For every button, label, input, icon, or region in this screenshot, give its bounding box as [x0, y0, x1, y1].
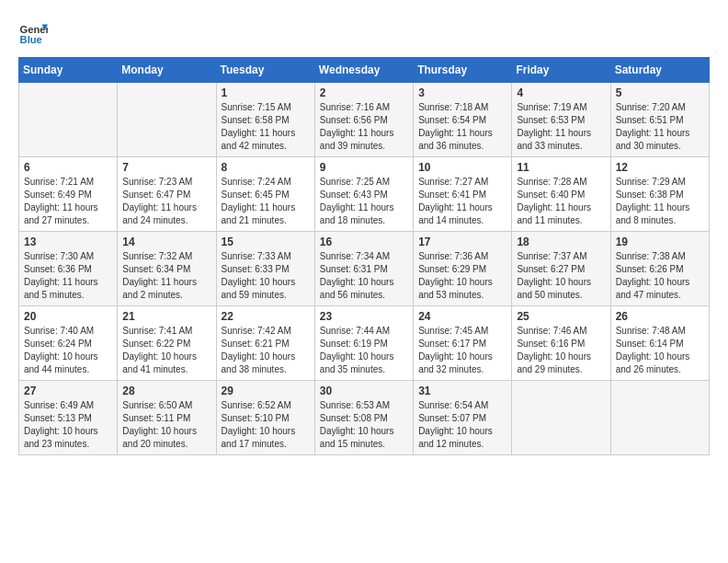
- svg-text:Blue: Blue: [20, 34, 42, 45]
- day-number: 5: [616, 86, 704, 99]
- calendar-cell: 4Sunrise: 7:19 AM Sunset: 6:53 PM Daylig…: [512, 83, 610, 157]
- week-row-4: 20Sunrise: 7:40 AM Sunset: 6:24 PM Dayli…: [19, 306, 710, 381]
- calendar-cell: 27Sunrise: 6:49 AM Sunset: 5:13 PM Dayli…: [19, 381, 118, 455]
- day-info: Sunrise: 7:36 AM Sunset: 6:29 PM Dayligh…: [418, 250, 506, 302]
- day-number: 25: [517, 310, 605, 323]
- day-number: 27: [24, 385, 112, 397]
- day-header-thursday: Thursday: [414, 58, 512, 83]
- week-row-3: 13Sunrise: 7:30 AM Sunset: 6:36 PM Dayli…: [19, 232, 710, 306]
- day-number: 11: [517, 161, 605, 174]
- calendar-cell: 28Sunrise: 6:50 AM Sunset: 5:11 PM Dayli…: [118, 381, 216, 455]
- calendar-cell: 2Sunrise: 7:16 AM Sunset: 6:56 PM Daylig…: [314, 83, 413, 157]
- calendar-cell: 8Sunrise: 7:24 AM Sunset: 6:45 PM Daylig…: [216, 157, 314, 232]
- calendar-cell: [610, 381, 709, 455]
- day-info: Sunrise: 7:40 AM Sunset: 6:24 PM Dayligh…: [24, 325, 112, 376]
- calendar-cell: 31Sunrise: 6:54 AM Sunset: 5:07 PM Dayli…: [414, 381, 512, 455]
- day-number: 12: [616, 161, 704, 174]
- page-header: General Blue: [18, 18, 710, 48]
- day-number: 8: [222, 161, 310, 174]
- calendar-cell: 12Sunrise: 7:29 AM Sunset: 6:38 PM Dayli…: [610, 157, 709, 232]
- day-info: Sunrise: 6:53 AM Sunset: 5:08 PM Dayligh…: [320, 399, 408, 451]
- day-info: Sunrise: 7:38 AM Sunset: 6:26 PM Dayligh…: [616, 250, 704, 302]
- day-number: 3: [418, 86, 506, 99]
- calendar-cell: 20Sunrise: 7:40 AM Sunset: 6:24 PM Dayli…: [19, 306, 118, 381]
- day-info: Sunrise: 7:33 AM Sunset: 6:33 PM Dayligh…: [222, 250, 310, 302]
- week-row-2: 6Sunrise: 7:21 AM Sunset: 6:49 PM Daylig…: [19, 157, 710, 232]
- day-info: Sunrise: 7:44 AM Sunset: 6:19 PM Dayligh…: [320, 325, 408, 376]
- day-info: Sunrise: 7:23 AM Sunset: 6:47 PM Dayligh…: [122, 176, 210, 227]
- day-number: 22: [222, 310, 310, 323]
- day-info: Sunrise: 7:30 AM Sunset: 6:36 PM Dayligh…: [24, 250, 112, 302]
- day-number: 30: [320, 385, 408, 397]
- day-info: Sunrise: 7:24 AM Sunset: 6:45 PM Dayligh…: [222, 176, 310, 227]
- day-info: Sunrise: 6:54 AM Sunset: 5:07 PM Dayligh…: [418, 399, 506, 451]
- calendar-cell: 14Sunrise: 7:32 AM Sunset: 6:34 PM Dayli…: [118, 232, 216, 306]
- day-info: Sunrise: 7:20 AM Sunset: 6:51 PM Dayligh…: [616, 101, 704, 153]
- day-header-friday: Friday: [512, 58, 610, 83]
- day-header-monday: Monday: [118, 58, 216, 83]
- day-number: 18: [517, 236, 605, 248]
- day-number: 24: [418, 310, 506, 323]
- day-info: Sunrise: 7:32 AM Sunset: 6:34 PM Dayligh…: [122, 250, 210, 302]
- day-header-tuesday: Tuesday: [216, 58, 314, 83]
- calendar-cell: 19Sunrise: 7:38 AM Sunset: 6:26 PM Dayli…: [610, 232, 709, 306]
- day-info: Sunrise: 7:28 AM Sunset: 6:40 PM Dayligh…: [517, 176, 605, 227]
- calendar-cell: 6Sunrise: 7:21 AM Sunset: 6:49 PM Daylig…: [19, 157, 118, 232]
- day-number: 10: [418, 161, 506, 174]
- calendar-cell: 18Sunrise: 7:37 AM Sunset: 6:27 PM Dayli…: [512, 232, 610, 306]
- day-header-wednesday: Wednesday: [314, 58, 413, 83]
- day-info: Sunrise: 7:16 AM Sunset: 6:56 PM Dayligh…: [320, 101, 408, 153]
- calendar-cell: 29Sunrise: 6:52 AM Sunset: 5:10 PM Dayli…: [216, 381, 314, 455]
- day-info: Sunrise: 6:49 AM Sunset: 5:13 PM Dayligh…: [24, 399, 112, 451]
- day-number: 20: [24, 310, 112, 323]
- logo: General Blue: [18, 18, 51, 48]
- day-info: Sunrise: 7:37 AM Sunset: 6:27 PM Dayligh…: [517, 250, 605, 302]
- day-info: Sunrise: 7:34 AM Sunset: 6:31 PM Dayligh…: [320, 250, 408, 302]
- day-header-sunday: Sunday: [19, 58, 118, 83]
- calendar-cell: 26Sunrise: 7:48 AM Sunset: 6:14 PM Dayli…: [610, 306, 709, 381]
- day-number: 7: [122, 161, 210, 174]
- day-number: 19: [616, 236, 704, 248]
- day-info: Sunrise: 7:27 AM Sunset: 6:41 PM Dayligh…: [418, 176, 506, 227]
- calendar-cell: 21Sunrise: 7:41 AM Sunset: 6:22 PM Dayli…: [118, 306, 216, 381]
- calendar-cell: 10Sunrise: 7:27 AM Sunset: 6:41 PM Dayli…: [414, 157, 512, 232]
- calendar-cell: 17Sunrise: 7:36 AM Sunset: 6:29 PM Dayli…: [414, 232, 512, 306]
- calendar-cell: 24Sunrise: 7:45 AM Sunset: 6:17 PM Dayli…: [414, 306, 512, 381]
- calendar-table: SundayMondayTuesdayWednesdayThursdayFrid…: [18, 57, 710, 455]
- day-number: 23: [320, 310, 408, 323]
- day-info: Sunrise: 7:46 AM Sunset: 6:16 PM Dayligh…: [517, 325, 605, 376]
- day-info: Sunrise: 7:21 AM Sunset: 6:49 PM Dayligh…: [24, 176, 112, 227]
- day-number: 16: [320, 236, 408, 248]
- week-row-1: 1Sunrise: 7:15 AM Sunset: 6:58 PM Daylig…: [19, 83, 710, 157]
- calendar-cell: 23Sunrise: 7:44 AM Sunset: 6:19 PM Dayli…: [314, 306, 413, 381]
- day-info: Sunrise: 7:48 AM Sunset: 6:14 PM Dayligh…: [616, 325, 704, 376]
- day-info: Sunrise: 7:41 AM Sunset: 6:22 PM Dayligh…: [122, 325, 210, 376]
- week-row-5: 27Sunrise: 6:49 AM Sunset: 5:13 PM Dayli…: [19, 381, 710, 455]
- calendar-cell: 15Sunrise: 7:33 AM Sunset: 6:33 PM Dayli…: [216, 232, 314, 306]
- day-number: 17: [418, 236, 506, 248]
- calendar-cell: 3Sunrise: 7:18 AM Sunset: 6:54 PM Daylig…: [414, 83, 512, 157]
- day-info: Sunrise: 7:18 AM Sunset: 6:54 PM Dayligh…: [418, 101, 506, 153]
- day-number: 9: [320, 161, 408, 174]
- day-header-saturday: Saturday: [610, 58, 709, 83]
- day-info: Sunrise: 6:50 AM Sunset: 5:11 PM Dayligh…: [122, 399, 210, 451]
- calendar-cell: 7Sunrise: 7:23 AM Sunset: 6:47 PM Daylig…: [118, 157, 216, 232]
- calendar-cell: [118, 83, 216, 157]
- day-info: Sunrise: 7:25 AM Sunset: 6:43 PM Dayligh…: [320, 176, 408, 227]
- day-info: Sunrise: 7:29 AM Sunset: 6:38 PM Dayligh…: [616, 176, 704, 227]
- day-info: Sunrise: 6:52 AM Sunset: 5:10 PM Dayligh…: [222, 399, 310, 451]
- calendar-cell: 22Sunrise: 7:42 AM Sunset: 6:21 PM Dayli…: [216, 306, 314, 381]
- day-number: 26: [616, 310, 704, 323]
- day-number: 21: [122, 310, 210, 323]
- day-number: 15: [222, 236, 310, 248]
- calendar-cell: 9Sunrise: 7:25 AM Sunset: 6:43 PM Daylig…: [314, 157, 413, 232]
- calendar-cell: 30Sunrise: 6:53 AM Sunset: 5:08 PM Dayli…: [314, 381, 413, 455]
- day-info: Sunrise: 7:42 AM Sunset: 6:21 PM Dayligh…: [222, 325, 310, 376]
- calendar-cell: [512, 381, 610, 455]
- calendar-cell: 16Sunrise: 7:34 AM Sunset: 6:31 PM Dayli…: [314, 232, 413, 306]
- day-number: 29: [222, 385, 310, 397]
- day-number: 28: [122, 385, 210, 397]
- calendar-cell: 11Sunrise: 7:28 AM Sunset: 6:40 PM Dayli…: [512, 157, 610, 232]
- calendar-header-row: SundayMondayTuesdayWednesdayThursdayFrid…: [19, 58, 710, 83]
- calendar-cell: [19, 83, 118, 157]
